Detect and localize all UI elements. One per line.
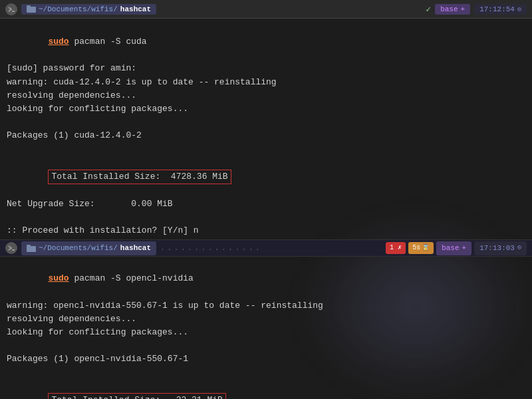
svg-rect-5 (27, 245, 31, 247)
total-size-box-opencl: Total Installed Size: 22.21 MiB (48, 393, 225, 399)
check-icon: ✓ (426, 4, 431, 15)
clock-icon-middle: ⊙ (517, 243, 521, 253)
middle-terminal-icon (5, 242, 17, 254)
svg-rect-1 (27, 7, 36, 13)
line-resolving-opencl: resolving dependencies... (7, 313, 525, 326)
plus-icon-top: + (461, 5, 466, 13)
error-text-middle: 1 ✗ (390, 243, 402, 253)
line-conflicting: looking for conflicting packages... (7, 102, 525, 116)
line-blank4 (7, 339, 525, 352)
line-warning-cuda: warning: cuda-12.4.0-2 is up to date -- … (7, 76, 525, 89)
sudo-keyword-opencl: sudo (48, 273, 68, 283)
error-badge-middle: 1 ✗ (386, 242, 406, 254)
top-path-text: ~/Documents/wifis/ (39, 5, 118, 13)
line-sudo: sudo pacman -S cuda (7, 22, 525, 62)
total-size-cuda: Total Installed Size: 4728.36 MiB (7, 156, 231, 197)
line-blank1 (7, 116, 525, 129)
timer-badge-middle: 5s ⌛ (408, 242, 434, 254)
time-text-top: 17:12:54 (479, 5, 515, 13)
base-badge-top: base + (435, 4, 470, 15)
line-conflicting-opencl: looking for conflicting packages... (7, 326, 525, 339)
top-tab-path[interactable]: ~/Documents/wifis/hashcat (21, 4, 156, 15)
dots-separator: ............... (160, 242, 382, 255)
plus-icon-middle: + (462, 243, 467, 254)
cmd-pacman-cuda: pacman -S cuda (69, 37, 147, 47)
base-badge-middle: base + (436, 241, 471, 255)
time-badge-top: 17:12:54 ⊙ (474, 4, 527, 15)
line-blank2 (7, 142, 525, 156)
top-tab-bar: ~/Documents/wifis/hashcat ✓ base + 17:12… (0, 0, 532, 19)
total-size-opencl: Total Installed Size: 22.21 MiB (7, 380, 226, 399)
line-warning-opencl: warning: opencl-nvidia-550.67-1 is up to… (7, 299, 525, 313)
line-blank3 (7, 211, 525, 224)
line-packages-cuda: Packages (1) cuda-12.4.0-2 (7, 129, 525, 142)
top-bar-right: ✓ base + 17:12:54 ⊙ (426, 4, 527, 15)
middle-tab-bar: ~/Documents/wifis/hashcat ..............… (0, 239, 532, 257)
middle-tab-path[interactable]: ~/Documents/wifis/hashcat (21, 241, 156, 255)
proceed-cuda: :: Proceed with installation? [Y/n] n (7, 224, 525, 237)
net-upgrade-cuda: Net Upgrade Size: 0.00 MiB (7, 198, 525, 211)
svg-rect-4 (27, 246, 36, 252)
middle-path-bold: hashcat (120, 243, 151, 254)
terminal-icon (5, 3, 17, 15)
terminal-window: ~/Documents/wifis/hashcat ✓ base + 17:12… (0, 0, 532, 399)
line-blank5 (7, 366, 525, 379)
main-content: sudo pacman -S cuda [sudo] password for … (0, 19, 532, 399)
base-label-middle: base (442, 243, 459, 254)
sandglass-icon: ⌛ (422, 243, 430, 253)
clock-icon-top: ⊙ (517, 5, 521, 13)
lower-section: sudo pacman -S opencl-nvidia warning: op… (0, 257, 532, 399)
upper-section: sudo pacman -S cuda [sudo] password for … (0, 19, 532, 237)
time-text-middle: 17:13:03 (479, 243, 515, 254)
middle-status-group: 1 ✗ 5s ⌛ base + 17:13:03 ⊙ (386, 241, 527, 255)
line-sudo-opencl: sudo pacman -S opencl-nvidia (7, 259, 525, 299)
timer-text: 5s (412, 243, 420, 253)
top-path-bold: hashcat (120, 5, 151, 13)
total-size-box-cuda: Total Installed Size: 4728.36 MiB (48, 170, 231, 184)
line-packages-opencl: Packages (1) opencl-nvidia-550.67-1 (7, 352, 525, 366)
cmd-pacman-opencl: pacman -S opencl-nvidia (69, 273, 194, 283)
middle-path-text: ~/Documents/wifis/ (39, 243, 118, 254)
time-badge-middle: 17:13:03 ⊙ (474, 241, 527, 255)
sudo-keyword: sudo (48, 37, 68, 47)
base-label-top: base (440, 5, 458, 13)
svg-rect-2 (27, 5, 31, 7)
line-password: [sudo] password for amin: (7, 62, 525, 75)
line-resolving: resolving dependencies... (7, 89, 525, 102)
